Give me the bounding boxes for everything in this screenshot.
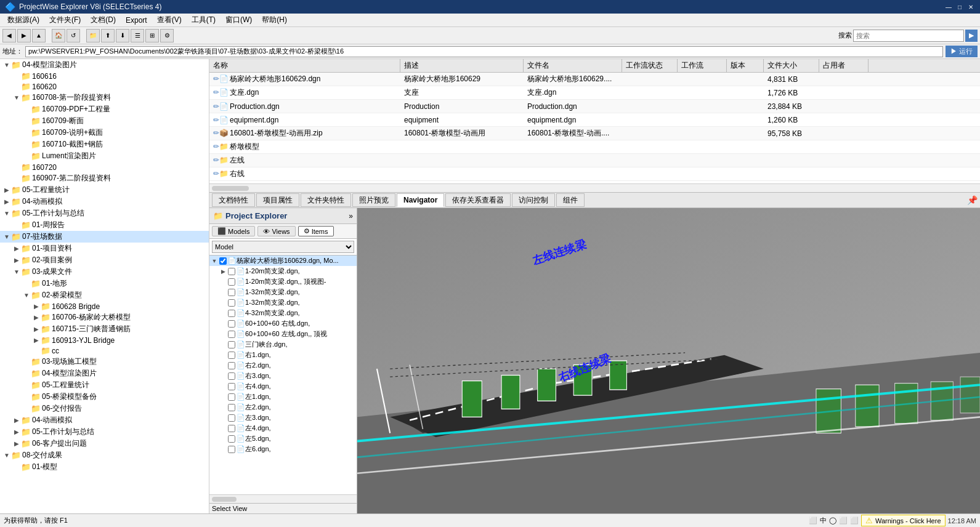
list-view-button[interactable]: ☰ [131,29,144,42]
col-version[interactable]: 版本 [727,59,764,72]
tree-item[interactable]: ▶ 📁 05-工作计划与总结 [0,426,209,438]
tree-item[interactable]: ▶ 📁 06-客户提出问题 [0,438,209,449]
tree-item[interactable]: 📁 160709-PDF+工程量 [0,103,209,115]
tree-item[interactable]: ▶ 📁 05-工程量统计 [0,184,209,196]
pe-tree-item[interactable]: 📄 60+100+60 左线.dgn,, 顶视 [209,329,357,339]
pe-item-checkbox[interactable] [228,341,235,348]
pe-item-checkbox[interactable] [228,383,235,390]
pe-tree-item[interactable]: 📄 左5.dgn, [209,433,357,444]
pe-item-checkbox[interactable] [228,362,235,369]
pe-item-checkbox[interactable] [228,435,235,443]
settings-button[interactable]: ⚙ [160,29,174,42]
pe-item-checkbox[interactable] [228,446,235,453]
pe-tree-item[interactable]: 📄 4-32m简支梁.dgn, [209,308,357,318]
pe-item-checkbox[interactable] [228,299,235,307]
tree-item[interactable]: ▶ 📁 160715-三门峡普通钢筋 [0,323,209,335]
menu-file[interactable]: 文件夹(F) [44,15,86,25]
nav-icon-3[interactable]: ◯ [829,517,836,525]
pe-bottom-scrollbar[interactable] [209,494,357,503]
col-owner[interactable]: 占用者 [819,59,869,72]
pe-tree-item[interactable]: 📄 三门峡台.dgn, [209,339,357,350]
pe-item-checkbox[interactable] [228,352,235,359]
menu-help[interactable]: 帮助(H) [257,15,292,25]
tree-item[interactable]: ▼ 📁 08-交付成果 [0,449,209,461]
tree-item[interactable]: 📁 01-地形 [0,278,209,289]
pe-item-checkbox[interactable] [228,393,235,401]
menu-document[interactable]: 文档(D) [86,15,121,25]
maximize-button[interactable]: □ [955,2,964,11]
pe-tree-item[interactable]: 📄 左1.dgn, [209,392,357,402]
nav-icon-1[interactable]: ⬜ [809,517,817,525]
tab-dependency-viewer[interactable]: 依存关系查看器 [445,193,511,207]
pe-item-checkbox[interactable] [228,425,235,432]
search-go-button[interactable]: ▶ [965,30,978,42]
file-row[interactable]: ✏📄杨家岭大桥地形160629.dgn 杨家岭大桥地形160629 杨家岭大桥地… [209,73,980,86]
search-input[interactable] [853,30,964,42]
close-button[interactable]: ✕ [966,2,975,11]
tree-item[interactable]: 📁 Lument渲染图片 [0,150,209,162]
tree-item[interactable]: ▼ 📁 04-模型渲染图片 [0,59,209,71]
pe-item-checkbox[interactable] [228,414,235,422]
tab-folder-props[interactable]: 文件夹特性 [301,193,351,207]
pe-tree-item[interactable]: 📄 左2.dgn, [209,402,357,412]
tree-item[interactable]: 📁 cc [0,345,209,356]
tab-doc-props[interactable]: 文档特性 [212,193,255,207]
col-size[interactable]: 文件大小 [764,59,819,72]
tab-access-control[interactable]: 访问控制 [512,193,555,207]
tree-item[interactable]: 📁 160616 [0,71,209,81]
pe-tree-item[interactable]: 📄 右1.dgn, [209,350,357,360]
pe-item-checkbox[interactable] [228,289,235,296]
file-row[interactable]: ✏📄支座.dgn 支座 支座.dgn 1,726 KB [209,86,980,100]
file-row[interactable]: ✏📄equipment.dgn equipment equipment.dgn … [209,113,980,127]
tree-item[interactable]: ▼ 📁 02-桥梁模型 [0,289,209,301]
tree-item[interactable]: ▶ 📁 160628 Brigde [0,301,209,312]
tab-project-props[interactable]: 项目属性 [256,193,299,207]
minimize-button[interactable]: — [944,2,953,11]
tree-item[interactable]: ▶ 📁 160706-杨家岭大桥模型 [0,312,209,323]
pe-item-checkbox[interactable] [228,331,235,338]
new-folder-button[interactable]: 📁 [86,29,100,42]
tree-item[interactable]: 📁 01-模型 [0,461,209,473]
file-row[interactable]: ✏📄Production.dgn Production Production.d… [209,100,980,113]
pe-tree-item[interactable]: 📄 右3.dgn, [209,371,357,381]
tree-item[interactable]: 📁 03-现场施工模型 [0,356,209,368]
file-row[interactable]: ✏📁左线 [209,154,980,167]
nav-icon-2[interactable]: 中 [820,516,827,525]
pe-item-checkbox[interactable] [228,278,235,286]
pe-tree-item[interactable]: 📄 1-32m简支梁.dgn, [209,287,357,297]
file-row[interactable]: ✏📁桥墩模型 [209,140,980,154]
pe-tree-item[interactable]: 📄 左6.dgn, [209,444,357,454]
pe-tab-models[interactable]: ⬛ Models [212,226,255,236]
pe-tree-item[interactable]: 📄 右4.dgn, [209,381,357,392]
back-button[interactable]: ◀ [2,29,16,42]
tree-item[interactable]: 📁 160720 [0,162,209,172]
tree-item[interactable]: ▶ 📁 01-项目资料 [0,243,209,254]
menu-export[interactable]: Export [121,16,152,25]
address-input[interactable] [25,46,943,57]
tree-item[interactable]: 📁 05-工程量统计 [0,379,209,391]
col-workflow[interactable]: 工作流 [678,59,727,72]
pe-close-button[interactable]: » [349,212,353,220]
forward-button[interactable]: ▶ [17,29,31,42]
tree-item[interactable]: 📁 05-桥梁模型备份 [0,391,209,403]
pin-button[interactable]: 📌 [967,195,978,205]
tree-item[interactable]: 📁 160907-第二阶段提资料 [0,172,209,184]
menu-view[interactable]: 查看(V) [152,15,187,25]
col-desc[interactable]: 描述 [400,59,524,72]
download-button[interactable]: ⬇ [116,29,129,42]
col-name[interactable]: 名称 [209,59,400,72]
tree-item[interactable]: ▼ 📁 05-工作计划与总结 [0,207,209,219]
pe-item-checkbox[interactable] [228,372,235,380]
tree-item[interactable]: 📁 160710-截图+钢筋 [0,139,209,150]
pe-tree-item[interactable]: ▶ 📄 1-20m简支梁.dgn, [209,266,357,276]
tab-components[interactable]: 组件 [556,193,585,207]
tree-item[interactable]: ▼ 📁 03-成果文件 [0,266,209,278]
pe-tree-item[interactable]: 📄 60+100+60 右线.dgn, [209,318,357,329]
pe-tree-root[interactable]: ▼ 📄 杨家岭大桥地形160629.dgn, Mo... [209,255,357,266]
tree-item[interactable]: ▼ 📁 07-驻场数据 [0,231,209,243]
tree-item[interactable]: 📁 06-交付报告 [0,403,209,414]
up-button[interactable]: ▲ [32,29,46,42]
tree-item[interactable]: ▶ 📁 04-动画模拟 [0,196,209,207]
pe-tree-item[interactable]: 📄 右2.dgn, [209,360,357,371]
tree-item[interactable]: 📁 04-模型渲染图片 [0,368,209,379]
